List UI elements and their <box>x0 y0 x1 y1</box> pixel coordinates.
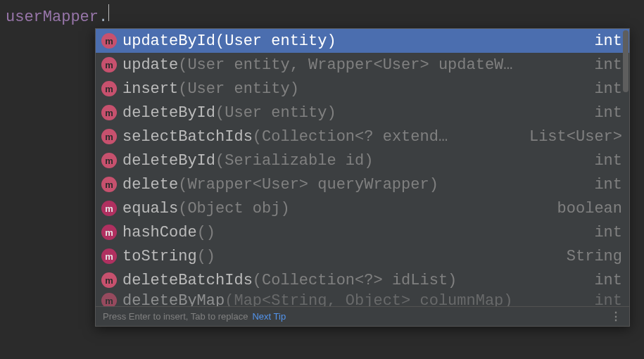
method-icon: m <box>101 225 117 240</box>
method-name: updateById <box>122 32 215 50</box>
suggestion-list[interactable]: mupdateById(User entity)intmupdate(User … <box>96 29 629 306</box>
text-cursor <box>108 4 109 21</box>
suggestion-item[interactable]: mselectBatchIds(Collection<? extend…List… <box>96 125 629 149</box>
suggestion-item-partial[interactable]: mdeleteByMap(Map<String, Object> columnM… <box>96 292 629 306</box>
method-name: update <box>122 56 178 74</box>
method-icon: m <box>101 129 117 144</box>
return-type: int <box>594 224 622 241</box>
method-icon: m <box>101 153 117 168</box>
return-type: int <box>594 56 622 74</box>
return-type: int <box>594 104 622 122</box>
popup-footer: Press Enter to insert, Tab to replace Ne… <box>96 306 629 326</box>
method-params: (Collection<?> idList) <box>253 272 457 289</box>
method-params: (User entity) <box>215 32 336 50</box>
method-params: (Serializable id) <box>215 152 373 170</box>
method-params: (User entity) <box>215 104 336 122</box>
return-type: String <box>567 248 622 265</box>
method-icon: m <box>101 105 117 120</box>
method-params: () <box>197 224 215 241</box>
method-icon: m <box>101 248 117 264</box>
suggestion-item[interactable]: mdelete(Wrapper<User> queryWrapper)int <box>96 172 629 196</box>
method-icon: m <box>101 81 117 96</box>
completion-popup: mupdateById(User entity)intmupdate(User … <box>95 28 630 327</box>
suggestion-item[interactable]: mhashCode()int <box>96 220 629 244</box>
method-icon: m <box>101 272 117 288</box>
method-params: () <box>197 248 215 265</box>
suggestion-item[interactable]: mdeleteBatchIds(Collection<?> idList)int <box>96 268 629 292</box>
suggestion-item[interactable]: mupdateById(User entity)int <box>96 29 629 53</box>
suggestion-item[interactable]: mequals(Object obj)boolean <box>96 196 629 220</box>
method-params: (Collection<? extend… <box>253 128 448 146</box>
suggestion-item[interactable]: mdeleteById(Serializable id)int <box>96 149 629 172</box>
more-menu-icon[interactable]: ⋮ <box>609 310 622 323</box>
identifier-token: userMapper <box>6 8 99 26</box>
suggestion-item[interactable]: mupdate(User entity, Wrapper<User> updat… <box>96 53 629 77</box>
return-type: boolean <box>557 200 622 218</box>
method-name: deleteByMap <box>122 292 225 306</box>
method-icon: m <box>101 201 117 216</box>
method-name: hashCode <box>122 224 197 241</box>
method-params: (User entity) <box>178 80 299 98</box>
method-params: (Wrapper<User> queryWrapper) <box>178 176 438 194</box>
scrollbar-thumb[interactable] <box>623 30 629 92</box>
return-type: int <box>594 80 622 98</box>
suggestion-item[interactable]: mtoString()String <box>96 244 629 268</box>
footer-hint: Press Enter to insert, Tab to replace <box>103 311 248 322</box>
method-name: selectBatchIds <box>122 128 253 146</box>
dot-token: . <box>99 8 108 26</box>
method-icon: m <box>101 57 117 73</box>
method-icon: m <box>101 177 117 192</box>
return-type: int <box>594 152 622 170</box>
method-icon: m <box>101 33 117 49</box>
next-tip-link[interactable]: Next Tip <box>252 311 286 322</box>
method-name: equals <box>122 200 178 218</box>
scrollbar[interactable] <box>622 29 629 306</box>
code-line[interactable]: userMapper . <box>6 4 109 26</box>
method-name: deleteById <box>122 152 215 170</box>
return-type: int <box>594 32 622 50</box>
method-name: deleteBatchIds <box>122 272 253 289</box>
return-type: int <box>594 292 622 306</box>
method-params: (Map<String, Object> columnMap) <box>225 292 512 306</box>
return-type: List<User> <box>529 128 622 146</box>
method-name: delete <box>122 176 178 194</box>
suggestion-item[interactable]: mdeleteById(User entity)int <box>96 101 629 125</box>
suggestion-item[interactable]: minsert(User entity)int <box>96 77 629 101</box>
return-type: int <box>594 272 622 289</box>
method-name: toString <box>122 248 197 265</box>
method-name: insert <box>122 80 178 98</box>
method-params: (Object obj) <box>178 200 289 218</box>
method-name: deleteById <box>122 104 215 122</box>
method-icon: m <box>101 293 117 306</box>
method-params: (User entity, Wrapper<User> updateW… <box>178 56 512 74</box>
return-type: int <box>594 176 622 194</box>
